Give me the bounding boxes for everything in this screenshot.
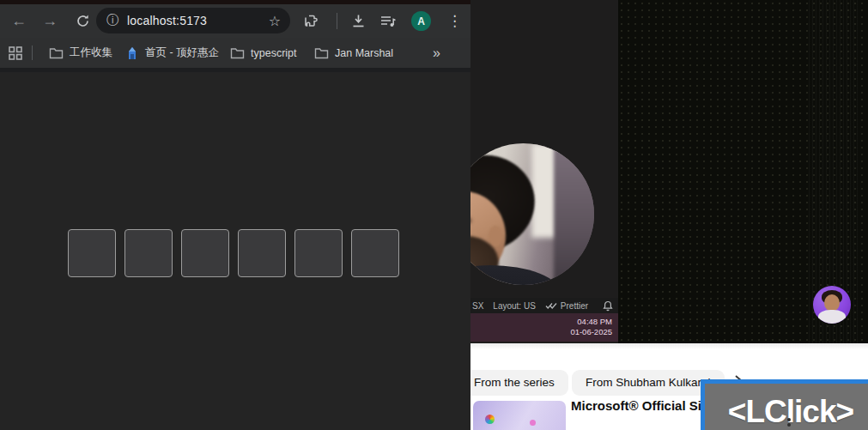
bookmark-label: 首页 - 顶好惠企 bbox=[145, 45, 219, 60]
pink-dot-icon bbox=[530, 420, 536, 426]
site-info-icon[interactable]: ⓘ bbox=[106, 13, 118, 28]
browser-toolbar: ← → ⓘ localhost:5173 ☆ A ⋮ bbox=[0, 4, 473, 38]
extensions-icon[interactable] bbox=[303, 13, 319, 29]
bookmark-label: Jan Marshal bbox=[335, 47, 393, 59]
url-bar[interactable]: ⓘ localhost:5173 ☆ bbox=[96, 8, 290, 33]
apps-grid-icon[interactable] bbox=[8, 38, 23, 68]
vscode-statusbar: SX Layout: US Prettier bbox=[470, 298, 618, 313]
otp-box[interactable] bbox=[124, 229, 173, 277]
site-favicon bbox=[125, 46, 139, 60]
media-playlist-icon[interactable] bbox=[379, 13, 397, 29]
otp-box[interactable] bbox=[238, 229, 286, 277]
notifications-bell-icon[interactable] bbox=[603, 300, 613, 312]
otp-box[interactable] bbox=[181, 229, 229, 277]
rainbow-logo-icon bbox=[485, 415, 495, 424]
statusbar-prettier[interactable]: Prettier bbox=[545, 301, 588, 311]
result-title[interactable]: Microsoft® Official Site bbox=[571, 398, 713, 413]
webcam-person-shirt bbox=[470, 265, 561, 285]
bookmark-folder-work[interactable]: 工作收集 bbox=[49, 38, 112, 68]
result-thumbnail[interactable] bbox=[473, 401, 566, 430]
bookmark-label: typescript bbox=[251, 47, 297, 59]
prettier-check-icon bbox=[545, 301, 557, 310]
statusbar-keyboard-layout[interactable]: Layout: US bbox=[493, 301, 535, 311]
bookmarks-bar: 工作收集 首页 - 顶好惠企 typescript Jan Marshal » bbox=[0, 38, 473, 68]
download-icon[interactable] bbox=[350, 13, 367, 29]
bookmarks-divider bbox=[32, 45, 33, 60]
folder-icon bbox=[314, 47, 329, 59]
otp-input-row bbox=[68, 229, 399, 277]
cursor-dot bbox=[787, 418, 791, 421]
forward-icon[interactable]: → bbox=[38, 4, 62, 38]
cursor-dot bbox=[787, 423, 791, 427]
page-content bbox=[0, 72, 473, 430]
folder-icon bbox=[230, 47, 245, 59]
left-click-annotation: <LClick> bbox=[701, 379, 868, 430]
otp-box[interactable] bbox=[68, 229, 116, 277]
webcam-background bbox=[554, 143, 594, 285]
toolbar-divider bbox=[337, 13, 337, 29]
bookmark-star-icon[interactable]: ☆ bbox=[269, 13, 281, 29]
url-text[interactable]: localhost:5173 bbox=[127, 14, 269, 27]
bookmarks-overflow-icon[interactable]: » bbox=[433, 38, 440, 68]
bookmark-label: 工作收集 bbox=[70, 45, 112, 60]
timestamp-date: 01-06-2025 bbox=[470, 327, 612, 337]
otp-box[interactable] bbox=[351, 229, 399, 277]
profile-avatar[interactable]: A bbox=[411, 11, 431, 31]
statusbar-language-mode[interactable]: SX bbox=[472, 301, 483, 311]
bookmark-folder-typescript[interactable]: typescript bbox=[230, 38, 297, 68]
browser-menu-icon[interactable]: ⋮ bbox=[447, 4, 462, 38]
endscreen-pill-series[interactable]: From the series bbox=[470, 370, 568, 396]
bookmark-folder-jan-marshal[interactable]: Jan Marshal bbox=[314, 38, 393, 68]
bookmark-site-homepage[interactable]: 首页 - 顶好惠企 bbox=[125, 38, 219, 68]
webcam-person-ear bbox=[489, 226, 502, 246]
otp-box[interactable] bbox=[294, 229, 343, 277]
webcam-circle bbox=[470, 143, 594, 285]
avatar-face bbox=[824, 294, 840, 312]
browser-window: ← → ⓘ localhost:5173 ☆ A ⋮ 工作收集 bbox=[0, 0, 473, 430]
recording-timestamp: 04:48 PM 01-06-2025 bbox=[470, 313, 618, 342]
folder-icon bbox=[49, 47, 64, 59]
back-icon[interactable]: ← bbox=[7, 4, 31, 38]
dotted-backdrop bbox=[618, 0, 868, 343]
video-overlay-panel: SX Layout: US Prettier 04:48 PM 01-06-20… bbox=[470, 0, 618, 343]
streamer-avatar bbox=[813, 286, 851, 324]
reload-icon[interactable] bbox=[70, 4, 94, 38]
timestamp-time: 04:48 PM bbox=[470, 317, 612, 327]
